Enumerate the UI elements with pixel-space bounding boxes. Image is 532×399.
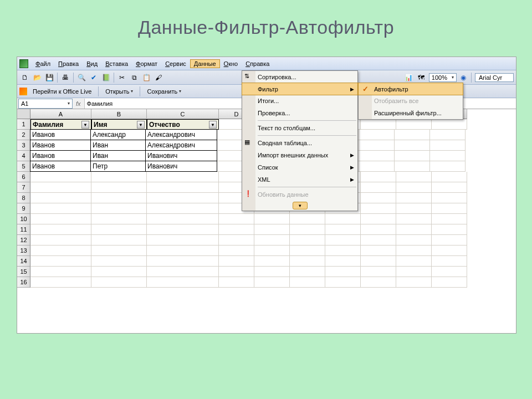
cell-A16[interactable] xyxy=(30,277,91,288)
menu-item-автофильтр[interactable]: Автофильтр✓ xyxy=(358,83,463,95)
cell-B13[interactable] xyxy=(91,245,147,256)
cell-J5[interactable] xyxy=(430,161,466,172)
row-header-7[interactable]: 7 xyxy=(17,182,30,193)
cell-J16[interactable] xyxy=(432,277,467,288)
cell-G10[interactable] xyxy=(325,214,361,224)
menu-формат[interactable]: Формат xyxy=(132,59,161,68)
chart-icon[interactable]: 📊 xyxy=(403,72,415,83)
row-header-3[interactable]: 3 xyxy=(17,140,30,151)
cell-C8[interactable] xyxy=(147,193,219,203)
menu-item-сводная-таблица-[interactable]: Сводная таблица...▦ xyxy=(242,137,357,149)
cell-I7[interactable] xyxy=(396,182,432,193)
cell-J8[interactable] xyxy=(432,193,467,203)
cell-J4[interactable] xyxy=(430,151,466,161)
col-header-B[interactable]: B xyxy=(91,109,147,119)
cell-D11[interactable] xyxy=(219,224,254,235)
row-header-12[interactable]: 12 xyxy=(17,235,30,245)
cell-A9[interactable] xyxy=(30,203,91,214)
cell-J14[interactable] xyxy=(432,256,467,267)
filter-arrow-icon[interactable]: ▼ xyxy=(81,121,89,129)
print-preview-icon[interactable]: 🔍 xyxy=(76,72,87,83)
cell-J1[interactable] xyxy=(432,119,467,130)
cell-E16[interactable] xyxy=(254,277,290,288)
cell-A8[interactable] xyxy=(30,193,91,203)
font-name-box[interactable]: Arial Cyr xyxy=(475,73,514,82)
cell-I5[interactable] xyxy=(395,161,430,172)
menu-item-список[interactable]: Список▶ xyxy=(242,161,357,173)
cell-J3[interactable] xyxy=(430,140,466,151)
cell-F16[interactable] xyxy=(290,277,325,288)
cell-B12[interactable] xyxy=(91,235,147,245)
cell-H6[interactable] xyxy=(361,172,396,182)
cell-C14[interactable] xyxy=(147,256,219,267)
cell-F13[interactable] xyxy=(290,245,325,256)
print-icon[interactable]: 🖶 xyxy=(60,72,71,83)
row-header-2[interactable]: 2 xyxy=(17,130,30,140)
menu-item-сортировка-[interactable]: Сортировка...⇅ xyxy=(242,71,357,83)
row-header-11[interactable]: 11 xyxy=(17,224,30,235)
menu-вставка[interactable]: Вставка xyxy=(101,59,132,68)
select-all-corner[interactable] xyxy=(17,109,30,119)
cell-B11[interactable] xyxy=(91,224,147,235)
cell-C3[interactable]: Александрович xyxy=(145,140,217,151)
cell-E13[interactable] xyxy=(254,245,290,256)
cell-H1[interactable] xyxy=(361,119,396,130)
cell-J13[interactable] xyxy=(432,245,467,256)
cell-I2[interactable] xyxy=(395,130,430,140)
cell-F14[interactable] xyxy=(290,256,325,267)
cell-I10[interactable] xyxy=(396,214,432,224)
cell-I1[interactable] xyxy=(396,119,432,130)
cell-J11[interactable] xyxy=(432,224,467,235)
cell-D14[interactable] xyxy=(219,256,254,267)
cell-F10[interactable] xyxy=(290,214,325,224)
copy-icon[interactable]: ⧉ xyxy=(129,72,140,83)
cell-C4[interactable]: Иванович xyxy=(145,150,217,161)
cell-H10[interactable] xyxy=(361,214,396,224)
row-header-10[interactable]: 10 xyxy=(17,214,30,224)
cell-A3[interactable]: Иванов xyxy=(30,140,91,151)
cell-E14[interactable] xyxy=(254,256,290,267)
cell-H15[interactable] xyxy=(361,267,396,277)
cell-B7[interactable] xyxy=(91,182,147,193)
cell-A10[interactable] xyxy=(30,214,91,224)
menu-данные[interactable]: Данные xyxy=(190,59,220,68)
menu-item-импорт-внешних-данных[interactable]: Импорт внешних данных▶ xyxy=(242,149,357,161)
format-painter-icon[interactable]: 🖌 xyxy=(153,72,164,83)
cell-I8[interactable] xyxy=(396,193,432,203)
cell-H11[interactable] xyxy=(361,224,396,235)
filter-arrow-icon[interactable]: ▼ xyxy=(137,121,145,129)
cell-H13[interactable] xyxy=(361,245,396,256)
cell-B9[interactable] xyxy=(91,203,147,214)
cell-H12[interactable] xyxy=(361,235,396,245)
col-header-A[interactable]: A xyxy=(30,109,91,119)
cell-A12[interactable] xyxy=(30,235,91,245)
cell-B4[interactable]: Иван xyxy=(90,150,146,161)
row-header-14[interactable]: 14 xyxy=(17,256,30,267)
cell-F15[interactable] xyxy=(290,267,325,277)
cell-D10[interactable] xyxy=(219,214,254,224)
cell-E12[interactable] xyxy=(254,235,290,245)
cell-B10[interactable] xyxy=(91,214,147,224)
menu-вид[interactable]: Вид xyxy=(83,59,101,68)
cell-J9[interactable] xyxy=(432,203,467,214)
name-box[interactable]: A1▾ xyxy=(18,99,73,109)
cell-C1[interactable]: Отчество▼ xyxy=(147,119,219,130)
cell-H14[interactable] xyxy=(361,256,396,267)
cell-J7[interactable] xyxy=(432,182,467,193)
cell-E15[interactable] xyxy=(254,267,290,277)
cell-A2[interactable]: Иванов xyxy=(30,129,91,140)
cell-J6[interactable] xyxy=(432,172,467,182)
cell-B15[interactable] xyxy=(91,267,147,277)
menu-item-фильтр[interactable]: Фильтр▶ xyxy=(242,83,358,95)
cell-I3[interactable] xyxy=(395,140,430,151)
cell-B5[interactable]: Петр xyxy=(90,161,146,172)
row-header-8[interactable]: 8 xyxy=(17,193,30,203)
cell-A13[interactable] xyxy=(30,245,91,256)
menu-item-xml[interactable]: XML▶ xyxy=(242,173,357,186)
cell-C12[interactable] xyxy=(147,235,219,245)
cell-H5[interactable] xyxy=(359,161,395,172)
menu-окно[interactable]: Окно xyxy=(220,59,242,68)
cell-F11[interactable] xyxy=(290,224,325,235)
save-icon[interactable]: 💾 xyxy=(44,72,55,83)
cell-D12[interactable] xyxy=(219,235,254,245)
